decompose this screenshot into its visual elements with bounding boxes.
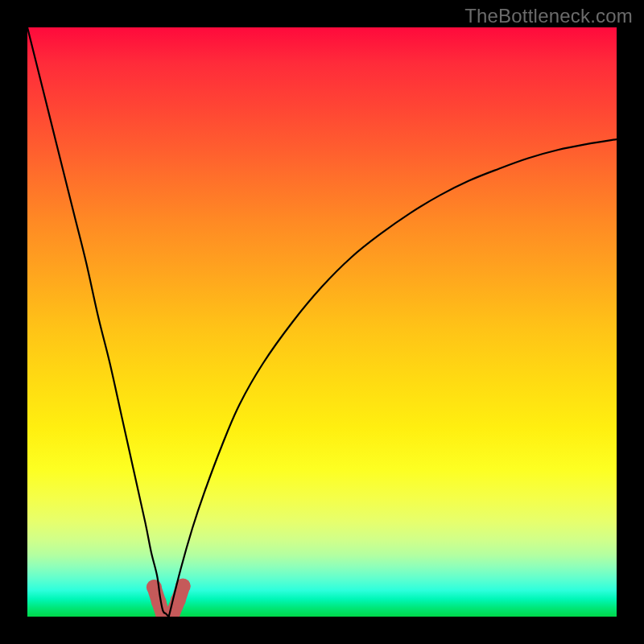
- chart-frame: TheBottleneck.com: [0, 0, 644, 644]
- right-branch-curve: [169, 139, 617, 617]
- left-branch-curve: [27, 27, 169, 617]
- watermark-text: TheBottleneck.com: [464, 5, 633, 27]
- curves-layer: [27, 27, 617, 617]
- plot-area: [27, 27, 617, 617]
- notch-marker: [147, 578, 191, 617]
